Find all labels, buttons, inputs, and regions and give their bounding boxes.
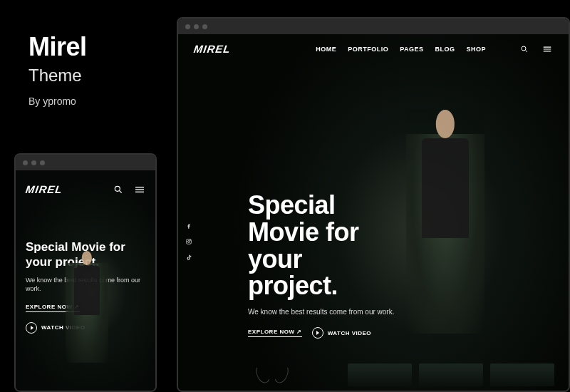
play-icon bbox=[312, 327, 323, 339]
nav-home[interactable]: HOME bbox=[316, 46, 336, 53]
brand-logo[interactable]: MIREL bbox=[25, 183, 63, 195]
product-author: By ypromo bbox=[28, 96, 87, 107]
watch-label: WATCH VIDEO bbox=[328, 330, 371, 336]
window-dot bbox=[202, 24, 207, 29]
mobile-header: MIREL bbox=[16, 170, 155, 208]
window-dot bbox=[194, 24, 199, 29]
main-nav: HOME PORTFOLIO PAGES BLOG SHOP bbox=[316, 43, 553, 55]
header-actions bbox=[113, 184, 145, 195]
thumbnail-strip bbox=[249, 363, 554, 386]
svg-line-6 bbox=[526, 50, 528, 52]
nav-portfolio[interactable]: PORTFOLIO bbox=[348, 46, 388, 53]
desktop-preview-window: MIREL HOME PORTFOLIO PAGES BLOG SHOP bbox=[177, 17, 570, 392]
window-titlebar bbox=[178, 19, 569, 34]
thumbnail[interactable] bbox=[419, 363, 483, 386]
svg-point-5 bbox=[522, 46, 526, 51]
window-dot bbox=[23, 160, 28, 165]
svg-point-0 bbox=[115, 186, 120, 191]
product-subtitle: Theme bbox=[28, 66, 87, 86]
thumbnail[interactable] bbox=[348, 363, 412, 386]
menu-icon[interactable] bbox=[134, 184, 145, 195]
window-dot bbox=[185, 24, 190, 29]
search-icon[interactable] bbox=[113, 184, 124, 195]
cta-row: EXPLORE NOW ↗ WATCH VIDEO bbox=[248, 327, 569, 339]
product-title: Mirel bbox=[28, 34, 87, 60]
hero-headline: Special Movie for your project. bbox=[248, 192, 569, 299]
desktop-content: MIREL HOME PORTFOLIO PAGES BLOG SHOP bbox=[178, 34, 569, 391]
explore-button[interactable]: EXPLORE NOW ↗ bbox=[248, 329, 302, 337]
search-icon[interactable] bbox=[519, 43, 530, 55]
hero-tagline: We know the best results come from our w… bbox=[248, 308, 569, 316]
nav-blog[interactable]: BLOG bbox=[435, 46, 455, 53]
nav-shop[interactable]: SHOP bbox=[466, 46, 486, 53]
window-dot bbox=[40, 160, 45, 165]
brand-logo[interactable]: MIREL bbox=[193, 43, 232, 55]
svg-line-1 bbox=[120, 190, 122, 192]
desktop-hero: Special Movie for your project. We know … bbox=[178, 63, 569, 339]
mobile-preview-window: MIREL Special Movie for your project. We… bbox=[14, 153, 157, 392]
menu-icon[interactable] bbox=[542, 43, 553, 55]
thumbnail[interactable] bbox=[490, 363, 554, 386]
product-info: Mirel Theme By ypromo bbox=[28, 34, 87, 107]
watch-video-button[interactable]: WATCH VIDEO bbox=[312, 327, 371, 339]
desktop-header: MIREL HOME PORTFOLIO PAGES BLOG SHOP bbox=[178, 34, 569, 63]
nav-pages[interactable]: PAGES bbox=[400, 46, 423, 53]
window-dot bbox=[31, 160, 36, 165]
play-icon bbox=[26, 322, 37, 334]
window-titlebar bbox=[16, 155, 155, 170]
hero-figure bbox=[66, 263, 108, 363]
mobile-content: MIREL Special Movie for your project. We… bbox=[16, 170, 155, 391]
